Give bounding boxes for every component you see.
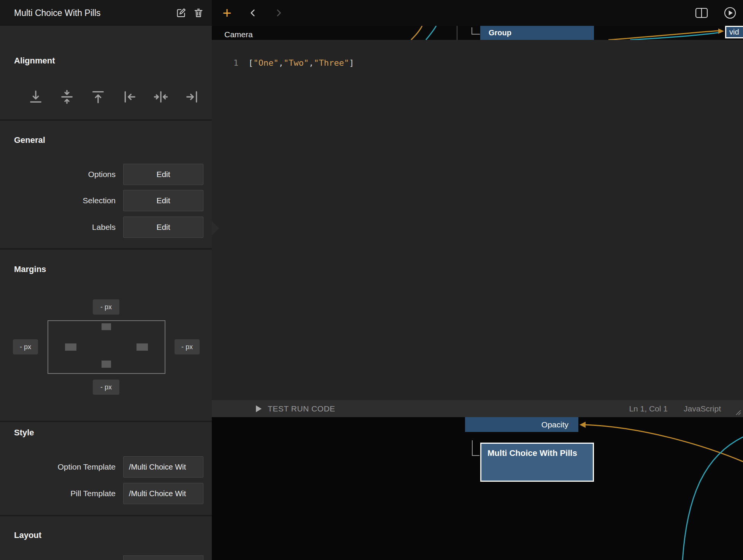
- video-node[interactable]: vid: [725, 26, 743, 38]
- section-divider: [0, 248, 212, 250]
- wire-orange: [608, 31, 718, 40]
- align-bottom-button[interactable]: [27, 88, 44, 106]
- inspector-header: Multi Choice With Pills: [0, 0, 212, 26]
- margin-left-chip[interactable]: - px: [13, 339, 38, 354]
- options-edit-button[interactable]: Edit: [123, 164, 203, 185]
- opacity-node[interactable]: Opacity: [465, 417, 578, 432]
- editor-status-bar: TEST RUN CODE Ln 1, Col 1 JavaScript: [212, 400, 743, 417]
- options-label: Options: [88, 170, 116, 179]
- align-horizontal-center-icon: [153, 89, 168, 104]
- layout-partial-button[interactable]: [123, 555, 203, 560]
- selection-edit-button[interactable]: Edit: [123, 190, 203, 211]
- split-view-button[interactable]: [693, 0, 710, 26]
- play-icon: [256, 405, 262, 412]
- group-node[interactable]: Group: [480, 26, 594, 40]
- opacity-node-label: Opacity: [541, 420, 568, 429]
- labels-edit-button[interactable]: Edit: [123, 217, 203, 238]
- pill-template-label: Pill Template: [70, 489, 116, 498]
- video-node-label: vid: [729, 28, 739, 36]
- margin-right-handle[interactable]: [137, 343, 148, 351]
- code-token: "One": [253, 58, 278, 68]
- line-number: 1: [212, 57, 238, 69]
- option-template-field[interactable]: /Multi Choice Wit: [123, 456, 203, 478]
- selection-label: Selection: [83, 196, 116, 205]
- pill-template-field[interactable]: /Multi Choice Wit: [123, 483, 203, 504]
- wires-top: [212, 26, 743, 40]
- wire-teal: [426, 26, 436, 40]
- wire-teal: [630, 33, 718, 40]
- chevron-right-icon: [274, 8, 284, 18]
- popover-arrow: [212, 221, 219, 236]
- wire-orange: [411, 26, 422, 40]
- code-token: ]: [349, 58, 354, 68]
- margin-right-chip[interactable]: - px: [175, 339, 200, 354]
- margin-bottom-chip[interactable]: - px: [93, 380, 119, 395]
- margin-top-chip[interactable]: - px: [93, 299, 119, 315]
- play-circle-icon: [723, 6, 737, 20]
- node-canvas-top-strip: Camera Group vid: [212, 26, 743, 40]
- selected-node-label: Multi Choice With Pills: [487, 448, 579, 459]
- align-right-icon: [184, 89, 200, 104]
- chevron-left-icon: [248, 8, 258, 18]
- code-token: "Three": [314, 58, 349, 68]
- code-line[interactable]: ["One","Two","Three"]: [248, 57, 354, 69]
- align-bottom-icon: [28, 89, 43, 104]
- align-horizontal-center-button[interactable]: [152, 88, 169, 106]
- wire-arrowhead-icon: [579, 422, 586, 428]
- style-section-title: Style: [14, 428, 34, 438]
- multi-choice-with-pills-node[interactable]: Multi Choice With Pills: [480, 443, 594, 482]
- patch-editor-app: Multi Choice With Pills Alignment: [0, 0, 743, 560]
- margin-top-handle[interactable]: [102, 323, 111, 330]
- inspector-title: Multi Choice With Pills: [14, 8, 172, 18]
- code-token: ,: [309, 58, 314, 68]
- back-button[interactable]: [244, 0, 262, 26]
- margin-left-handle[interactable]: [65, 343, 76, 351]
- graph-connector-line: [472, 455, 479, 456]
- camera-node-label[interactable]: Camera: [224, 29, 253, 40]
- run-prototype-button[interactable]: [722, 0, 738, 26]
- graph-connector-line: [457, 26, 457, 40]
- section-divider: [0, 119, 212, 121]
- test-run-code-label: TEST RUN CODE: [268, 404, 335, 413]
- layout-section-title: Layout: [14, 530, 41, 540]
- code-token: ,: [278, 58, 283, 68]
- alignment-controls: [27, 88, 200, 106]
- graph-connector-line: [472, 34, 480, 35]
- option-template-label: Option Template: [57, 462, 116, 471]
- code-editor-popover: 1 ["One","Two","Three"] TEST RUN CODE Ln…: [212, 40, 743, 417]
- align-vertical-center-icon: [59, 89, 75, 104]
- graph-connector-line: [472, 440, 473, 456]
- trash-icon: [193, 8, 204, 18]
- wire-arrowhead-icon: [718, 28, 724, 34]
- alignment-section-title: Alignment: [14, 56, 55, 66]
- node-canvas[interactable]: Opacity Multi Choice With Pills: [212, 417, 743, 560]
- split-view-icon: [695, 8, 708, 18]
- forward-button[interactable]: [270, 0, 287, 26]
- test-run-code-button[interactable]: TEST RUN CODE: [256, 404, 335, 413]
- inspector-panel: Multi Choice With Pills Alignment: [0, 0, 212, 560]
- section-divider: [0, 421, 212, 422]
- wires-bottom: [212, 417, 743, 560]
- wire-teal: [683, 437, 743, 560]
- delete-button[interactable]: [190, 4, 207, 22]
- code-token: "Two": [284, 58, 309, 68]
- margins-diagram: [48, 320, 165, 374]
- align-top-icon: [90, 89, 106, 104]
- margins-section-title: Margins: [14, 264, 46, 274]
- resize-grip[interactable]: [735, 409, 741, 416]
- code-token: [: [248, 58, 253, 68]
- align-vertical-center-button[interactable]: [59, 88, 75, 106]
- add-patch-button[interactable]: +: [219, 0, 235, 26]
- cursor-position-label: Ln 1, Col 1: [629, 404, 668, 413]
- canvas-toolbar: +: [212, 0, 743, 26]
- labels-label: Labels: [92, 223, 116, 232]
- language-label: JavaScript: [684, 404, 721, 413]
- align-left-icon: [122, 89, 137, 104]
- align-right-button[interactable]: [184, 88, 200, 106]
- section-divider: [0, 515, 212, 516]
- align-top-button[interactable]: [90, 88, 106, 106]
- wire-orange: [586, 425, 743, 462]
- margin-bottom-handle[interactable]: [102, 361, 111, 368]
- rename-button[interactable]: [172, 4, 190, 22]
- align-left-button[interactable]: [121, 88, 138, 106]
